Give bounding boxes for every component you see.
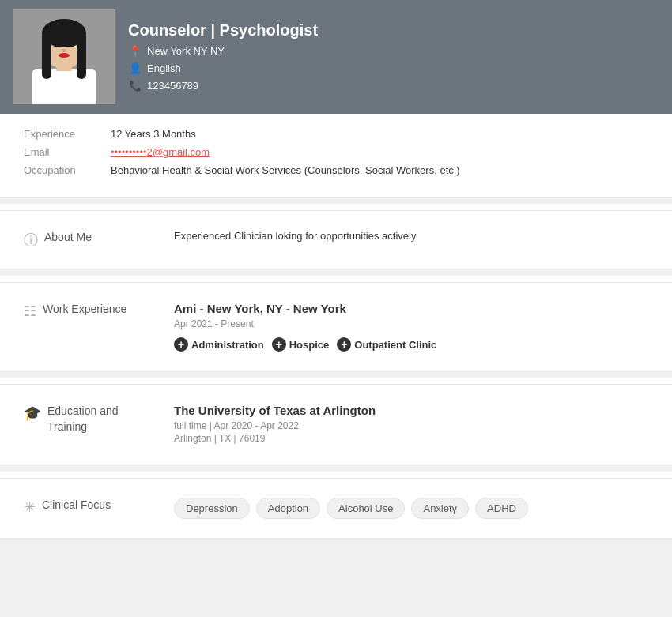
focus-tag-anxiety: Anxiety xyxy=(411,498,469,519)
work-label-group: ☷ Work Experience xyxy=(24,302,158,352)
work-icon: ☷ xyxy=(24,303,36,320)
divider-3 xyxy=(0,371,672,378)
location-item: 📍 New York NY NY xyxy=(128,44,318,58)
focus-icon: ✳ xyxy=(24,498,36,516)
svg-rect-6 xyxy=(77,32,86,79)
work-experience-section: ☷ Work Experience Ami - New York, NY - N… xyxy=(0,282,672,371)
plus-icon-administration: + xyxy=(174,337,188,352)
avatar xyxy=(13,9,115,104)
svg-point-8 xyxy=(69,42,75,47)
education-section: 🎓 Education and Training The University … xyxy=(0,384,672,465)
edu-label-group: 🎓 Education and Training xyxy=(24,404,158,446)
work-tag-outpatient: + Outpatient Clinic xyxy=(337,337,436,352)
work-content: Ami - New York, NY - New York Apr 2021 -… xyxy=(174,302,648,352)
work-label: Work Experience xyxy=(43,302,126,318)
experience-value: 12 Years 3 Months xyxy=(111,128,196,140)
location-icon: 📍 xyxy=(128,44,142,58)
focus-tag-depression: Depression xyxy=(174,498,250,519)
profile-header: Counselor | Psychologist 📍 New York NY N… xyxy=(0,0,672,114)
info-section: Experience 12 Years 3 Months Email •••••… xyxy=(0,114,672,198)
phone-text: 123456789 xyxy=(147,80,198,92)
edu-location: Arlington | TX | 76019 xyxy=(174,433,648,444)
focus-content: Depression Adoption Alcohol Use Anxiety … xyxy=(174,498,648,519)
work-tag-label-hospice: Hospice xyxy=(289,339,330,351)
phone-item: 📞 123456789 xyxy=(128,79,318,93)
experience-row: Experience 12 Years 3 Months xyxy=(24,128,648,140)
email-label: Email xyxy=(24,146,111,158)
location-text: New York NY NY xyxy=(147,45,225,57)
about-me-content: Experienced Clinician loking for opportu… xyxy=(174,230,648,250)
edu-content: The University of Texas at Arlington ful… xyxy=(174,404,648,446)
phone-icon: 📞 xyxy=(128,79,142,93)
header-meta: 📍 New York NY NY 👤 English 📞 123456789 xyxy=(128,44,318,93)
work-tag-hospice: + Hospice xyxy=(272,337,330,352)
work-dates: Apr 2021 - Present xyxy=(174,318,648,329)
edu-institution: The University of Texas at Arlington xyxy=(174,404,648,417)
svg-point-7 xyxy=(53,42,59,47)
plus-icon-hospice: + xyxy=(272,337,286,352)
about-me-section: ⓘ About Me Experienced Clinician loking … xyxy=(0,210,672,269)
edu-type: full time | Apr 2020 - Apr 2022 xyxy=(174,420,648,431)
about-me-label-group: ⓘ About Me xyxy=(24,230,158,250)
svg-point-10 xyxy=(62,49,66,52)
divider-1 xyxy=(0,198,672,204)
edu-label: Education and Training xyxy=(47,404,158,435)
experience-label: Experience xyxy=(24,128,111,140)
focus-tag-alcohol-use: Alcohol Use xyxy=(327,498,405,519)
graduation-icon: 🎓 xyxy=(24,404,41,422)
plus-icon-outpatient: + xyxy=(337,337,351,352)
language-text: English xyxy=(147,62,181,74)
clinical-focus-section: ✳ Clinical Focus Depression Adoption Alc… xyxy=(0,478,672,539)
focus-label: Clinical Focus xyxy=(42,498,111,514)
svg-point-9 xyxy=(59,53,70,58)
work-company: Ami - New York, NY - New York xyxy=(174,302,648,315)
focus-tags: Depression Adoption Alcohol Use Anxiety … xyxy=(174,498,648,519)
work-tag-administration: + Administration xyxy=(174,337,264,352)
focus-tag-adoption: Adoption xyxy=(256,498,320,519)
header-info: Counselor | Psychologist 📍 New York NY N… xyxy=(128,21,318,93)
about-me-text: Experienced Clinician loking for opportu… xyxy=(174,230,648,242)
language-item: 👤 English xyxy=(128,62,318,76)
work-tags: + Administration + Hospice + Outpatient … xyxy=(174,337,648,352)
divider-2 xyxy=(0,269,672,276)
language-icon: 👤 xyxy=(128,62,142,76)
divider-4 xyxy=(0,465,672,472)
work-tag-label-administration: Administration xyxy=(191,339,264,351)
work-tag-label-outpatient: Outpatient Clinic xyxy=(354,339,436,351)
about-me-label: About Me xyxy=(44,230,92,246)
occupation-row: Occupation Behavioral Health & Social Wo… xyxy=(24,164,648,176)
occupation-value: Behavioral Health & Social Work Services… xyxy=(111,164,460,176)
email-value: ••••••••••2@gmail.com xyxy=(111,146,210,158)
profile-container: Counselor | Psychologist 📍 New York NY N… xyxy=(0,0,672,539)
occupation-label: Occupation xyxy=(24,164,111,176)
email-row: Email ••••••••••2@gmail.com xyxy=(24,146,648,158)
focus-tag-adhd: ADHD xyxy=(475,498,528,519)
focus-label-group: ✳ Clinical Focus xyxy=(24,498,158,519)
svg-rect-5 xyxy=(42,32,51,79)
profile-title: Counselor | Psychologist xyxy=(128,21,318,40)
info-icon: ⓘ xyxy=(24,231,38,250)
